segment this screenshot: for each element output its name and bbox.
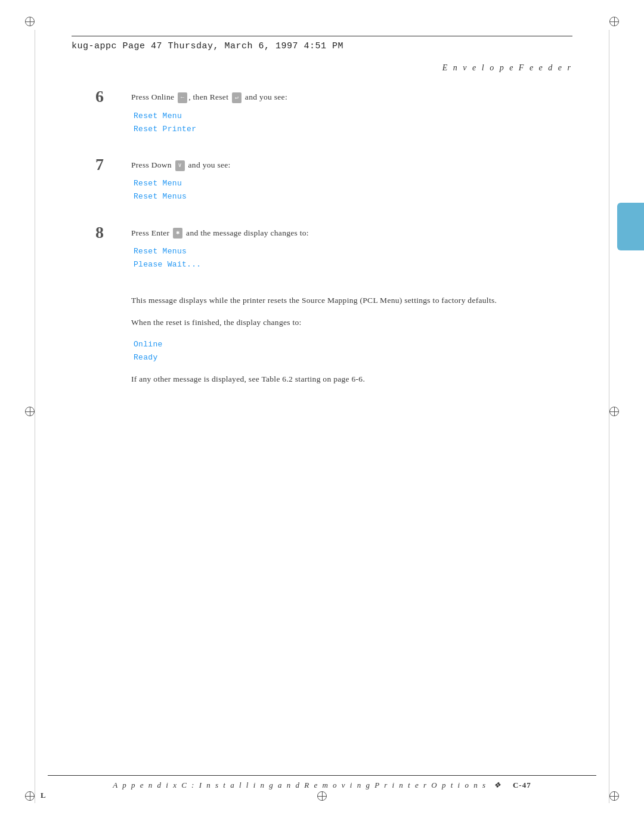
body-text-2: When the reset is finished, the display … [131, 316, 537, 330]
crosshair-bottom-left [24, 790, 36, 802]
step-7-number: 7 [95, 156, 125, 173]
footer-page-number: C-47 [513, 781, 531, 789]
blue-tab [617, 203, 644, 250]
page-footer: A p p e n d i x C : I n s t a l l i n g … [48, 775, 596, 790]
step-8-instruction: Press Enter ✱ and the message display ch… [131, 227, 537, 240]
step-7: 7 Press Down ∨ and you see: Reset MenuRe… [131, 159, 537, 212]
body-text-1: This message displays while the printer … [131, 294, 537, 308]
step-7-content: Press Down ∨ and you see: Reset MenuRese… [131, 159, 537, 212]
step-6: 6 Press Online ←, then Reset ↵ and you s… [131, 91, 537, 144]
footer-appendix-text: A p p e n d i x C : I n s t a l l i n g … [113, 781, 487, 789]
reset-key-icon: ↵ [232, 92, 242, 103]
step-6-display: Reset MenuReset Printer [134, 110, 537, 136]
header-title: kug-appc Page 47 Thursday, March 6, 1997… [72, 41, 343, 51]
step-7-instruction: Press Down ∨ and you see: [131, 159, 537, 172]
crosshair-mid-right [608, 405, 620, 417]
footer-text: A p p e n d i x C : I n s t a l l i n g … [113, 781, 531, 790]
online-key-icon: ← [178, 92, 187, 103]
crosshair-bottom-center [316, 790, 328, 802]
crosshair-bottom-right [608, 790, 620, 802]
step-7-display: Reset MenuReset Menus [134, 177, 537, 203]
bottom-l-mark: L [41, 791, 46, 800]
crosshair-mid-left [24, 405, 36, 417]
step-8-number: 8 [95, 224, 125, 241]
main-content: 6 Press Online ←, then Reset ↵ and you s… [131, 91, 537, 386]
final-display: OnlineReady [134, 338, 537, 364]
crosshair-top-right [608, 16, 620, 27]
step-6-content: Press Online ←, then Reset ↵ and you see… [131, 91, 537, 144]
section-header-text: E n v e l o p e F e e d e r [442, 63, 572, 72]
footer-diamond: ❖ [494, 781, 503, 789]
final-text: If any other message is displayed, see T… [131, 373, 537, 386]
enter-key-icon: ✱ [173, 228, 182, 239]
step-8-content: Press Enter ✱ and the message display ch… [131, 227, 537, 280]
page-header: kug-appc Page 47 Thursday, March 6, 1997… [72, 36, 572, 51]
step-6-number: 6 [95, 88, 125, 105]
step-6-instruction: Press Online ←, then Reset ↵ and you see… [131, 91, 537, 104]
step-8: 8 Press Enter ✱ and the message display … [131, 227, 537, 280]
down-key-icon: ∨ [175, 160, 185, 171]
crosshair-top-left [24, 16, 36, 27]
step-8-display: Reset MenusPlease Wait... [134, 245, 537, 271]
section-header: E n v e l o p e F e e d e r [48, 62, 572, 73]
